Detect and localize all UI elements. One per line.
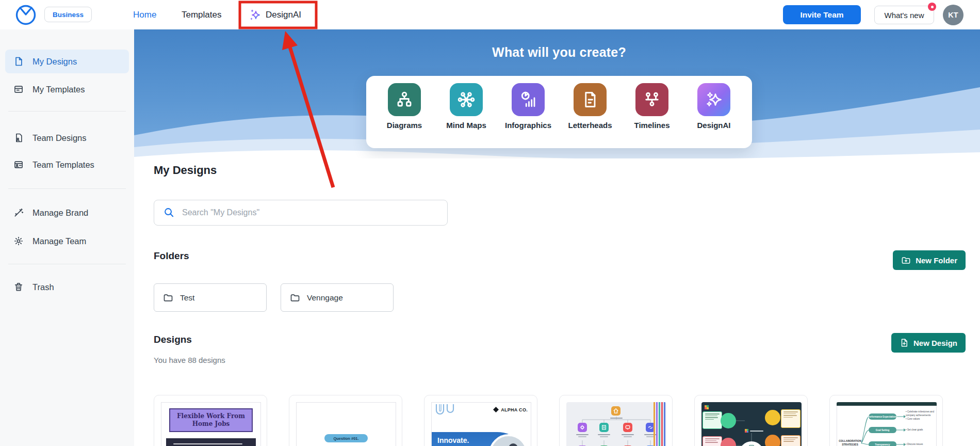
sidebar-item-trash[interactable]: Trash [5, 275, 129, 299]
sidebar: My Designs My Templates Team Designs Tea… [0, 29, 134, 446]
business-plan-badge: Business [44, 7, 92, 22]
new-folder-button[interactable]: New Folder [893, 250, 966, 270]
sparkles-icon [697, 83, 730, 116]
category-label: Infographics [505, 121, 551, 130]
top-navbar: Business Home Templates DesignAI Invite … [0, 0, 980, 29]
invite-team-button[interactable]: Invite Team [783, 5, 861, 24]
user-avatar[interactable]: KT [943, 5, 963, 25]
nav-templates[interactable]: Templates [182, 0, 221, 29]
category-designai[interactable]: DesignAI [697, 83, 730, 130]
venngage-logo[interactable] [14, 4, 37, 26]
design-thumbnail-hr-mindmap[interactable]: HR Checklist [694, 395, 808, 446]
sidebar-item-team-templates[interactable]: Team Templates [5, 153, 129, 177]
nav-designai[interactable]: DesignAI [249, 0, 301, 29]
diamond-logo-icon [493, 407, 499, 412]
org-chart-icon [388, 83, 421, 116]
design-thumbnail-collaboration[interactable]: COLLABORATION STRATEGIES Performance Exp… [829, 395, 943, 446]
mini-logo [705, 405, 709, 409]
document-icon [574, 83, 607, 116]
bar-pie-icon [512, 83, 545, 116]
thumb-node: Performance Expectations [869, 413, 896, 420]
template-icon [13, 84, 24, 94]
thumb-company-logo: ALPHA CO. [493, 407, 528, 412]
thumb-text-block [166, 438, 256, 446]
designai-sparkles-icon [249, 8, 262, 22]
whats-new-button[interactable]: What's new [874, 6, 934, 24]
design-thumbnail-sitemap[interactable] [559, 395, 673, 446]
arc-decoration [433, 404, 460, 420]
folder-icon [163, 293, 173, 303]
sidebar-divider [8, 264, 126, 264]
sidebar-item-team-designs[interactable]: Team Designs [5, 126, 129, 150]
sidebar-label: Manage Brand [32, 208, 88, 218]
sidebar-item-my-templates[interactable]: My Templates [5, 77, 129, 101]
wand-icon [13, 208, 24, 218]
mini-logo [745, 429, 748, 433]
folder-name: Test [180, 293, 194, 302]
sidebar-label: Trash [32, 282, 54, 292]
category-timelines[interactable]: Timelines [635, 83, 668, 130]
gear-icon [13, 236, 24, 246]
new-design-button[interactable]: New Design [891, 333, 966, 353]
sidebar-label: My Designs [32, 57, 77, 67]
file-icon [13, 56, 24, 67]
main-content: What will you create? Diagrams [134, 29, 980, 446]
thumb-headline: Innovate. [437, 436, 469, 444]
thumb-question-pill: Question #01. [324, 434, 368, 442]
mindmap-node [721, 413, 736, 428]
designs-count: You have 88 designs [154, 356, 225, 364]
sidebar-divider [8, 111, 126, 112]
category-label: Timelines [634, 121, 670, 130]
category-label: Diagrams [387, 121, 422, 130]
mindmap-icon [450, 83, 483, 116]
thumb-node: Transparency [869, 441, 896, 446]
search-input[interactable] [154, 200, 448, 226]
folder-name: Venngage [307, 293, 343, 302]
sidebar-divider [8, 188, 126, 189]
sidebar-label: My Templates [32, 85, 85, 94]
sidebar-item-manage-team[interactable]: Manage Team [5, 229, 129, 253]
team-file-icon [13, 133, 24, 143]
sidebar-label: Team Designs [32, 133, 87, 143]
design-thumbnail-question[interactable]: Question #01. [289, 395, 402, 446]
folders-list: Test Venngage [154, 283, 394, 312]
thumb-banner-text: Flexible Work From Home Jobs [169, 408, 253, 432]
my-designs-heading: My Designs [154, 164, 217, 177]
design-thumbnail-flexible-work[interactable]: Flexible Work From Home Jobs [154, 395, 267, 446]
search-icon [163, 206, 175, 218]
category-letterheads[interactable]: Letterheads [574, 83, 607, 130]
nav-home[interactable]: Home [133, 0, 156, 29]
category-mind-maps[interactable]: Mind Maps [450, 83, 483, 130]
create-categories-card: Diagrams Mind Maps [366, 76, 752, 148]
folder-card-venngage[interactable]: Venngage [281, 283, 394, 312]
thumb-bullets: • Set clear goals [906, 428, 936, 432]
designs-grid: Flexible Work From Home Jobs Question #0… [154, 395, 943, 446]
folders-heading: Folders [154, 250, 189, 262]
design-thumbnail-alpha-letterhead[interactable]: ALPHA CO. Innovate. Evolve. [424, 395, 537, 446]
timeline-icon [635, 83, 668, 116]
sitemap-home-icon [611, 406, 620, 416]
folder-icon [290, 293, 300, 303]
category-label: Mind Maps [446, 121, 486, 130]
sidebar-item-manage-brand[interactable]: Manage Brand [5, 201, 129, 225]
team-template-icon [13, 160, 24, 170]
category-label: Letterheads [568, 121, 612, 130]
sidebar-label: Manage Team [32, 236, 86, 246]
category-infographics[interactable]: Infographics [512, 83, 545, 130]
folder-card-test[interactable]: Test [154, 283, 267, 312]
hero-title: What will you create? [366, 45, 752, 60]
sidebar-item-my-designs[interactable]: My Designs [5, 50, 129, 73]
sidebar-label: Team Templates [32, 160, 94, 170]
category-label: DesignAI [697, 121, 731, 130]
new-folder-label: New Folder [916, 256, 957, 265]
new-design-label: New Design [913, 339, 957, 347]
search-box [154, 200, 448, 226]
thumb-root-label: COLLABORATION STRATEGIES [839, 439, 861, 446]
designs-heading: Designs [154, 334, 192, 345]
category-diagrams[interactable]: Diagrams [388, 83, 421, 130]
nav-designai-label: DesignAI [266, 10, 301, 20]
trash-icon [13, 282, 24, 292]
stripe-decoration [654, 402, 655, 446]
folder-plus-icon [901, 256, 911, 265]
notification-dot [928, 3, 936, 11]
